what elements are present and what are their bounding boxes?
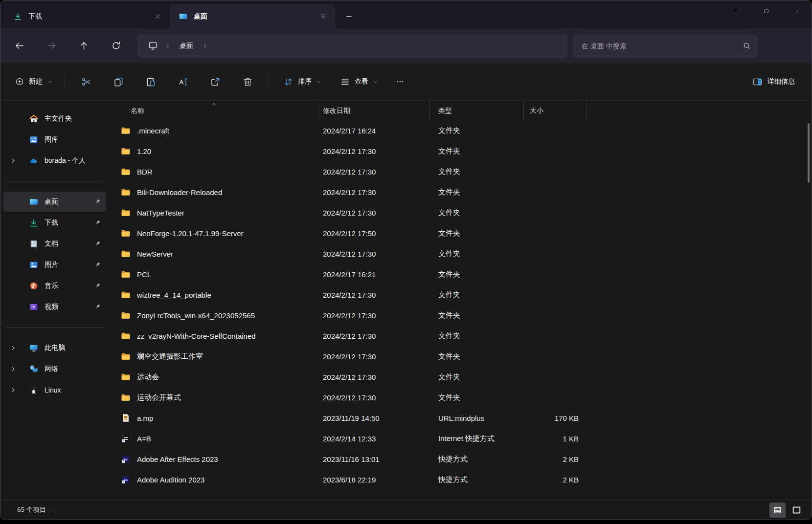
file-row[interactable]: Bili-Downloader-Reloaded2024/2/12 17:30文…: [109, 182, 812, 202]
close-tab-icon[interactable]: [316, 10, 329, 23]
cut-button[interactable]: [75, 71, 97, 92]
file-row[interactable]: wiztree_4_14_portable2024/2/12 17:30文件夹: [109, 284, 812, 305]
file-row[interactable]: NewServer2024/2/12 17:30文件夹: [109, 243, 812, 264]
file-name-cell[interactable]: NeoForge-1.20.1-47.1.99-Server: [109, 228, 318, 238]
expand-chevron-icon[interactable]: [10, 366, 17, 372]
share-button[interactable]: [204, 71, 226, 92]
tab-downloads[interactable]: 下载: [4, 4, 170, 28]
copy-button[interactable]: [107, 71, 130, 92]
file-name-cell[interactable]: 运动会: [109, 372, 318, 382]
file-row[interactable]: NatTypeTester2024/2/12 17:30文件夹: [109, 202, 812, 223]
details-pane-button[interactable]: 详细信息: [747, 71, 800, 92]
file-name-cell[interactable]: BDR: [109, 167, 318, 176]
sidebar-item-download[interactable]: 下载: [3, 213, 106, 233]
breadcrumb-item-desktop[interactable]: 桌面: [175, 39, 198, 53]
file-name-cell[interactable]: wiztree_4_14_portable: [109, 290, 318, 300]
desktop-monitor-icon[interactable]: [144, 38, 161, 54]
rename-button[interactable]: [172, 71, 194, 92]
minimize-button[interactable]: [721, 0, 751, 21]
view-button-label: 查看: [355, 77, 368, 86]
file-row[interactable]: zz_v2rayN-With-Core-SelfContained2024/2/…: [109, 326, 812, 346]
sidebar-item-linux[interactable]: Linux: [3, 380, 106, 400]
file-row[interactable]: NeoForge-1.20.1-47.1.99-Server2024/2/12 …: [109, 223, 812, 243]
refresh-icon: [111, 41, 121, 51]
sidebar-item-label: 音乐: [45, 282, 58, 290]
file-name-cell[interactable]: NatTypeTester: [109, 208, 318, 218]
file-name-cell[interactable]: 运动会开幕式: [109, 393, 318, 402]
folder-icon: [121, 290, 131, 300]
file-name-cell[interactable]: A=B: [109, 434, 318, 443]
file-name-cell[interactable]: .minecraft: [109, 126, 318, 135]
file-row[interactable]: a.mp2023/11/19 14:50URL:mindplus170 KB: [109, 408, 812, 428]
new-tab-button[interactable]: [341, 8, 357, 24]
date-modified-cell: 2024/2/12 17:30: [318, 250, 430, 258]
column-header[interactable]: 名称: [109, 101, 318, 120]
file-name-cell[interactable]: a.mp: [109, 413, 318, 423]
file-row[interactable]: 1.202024/2/12 17:30文件夹: [109, 141, 812, 161]
forward-button[interactable]: [43, 37, 60, 55]
column-header[interactable]: 修改日期: [318, 101, 430, 120]
sidebar-item-home[interactable]: 主文件夹: [3, 109, 106, 129]
breadcrumb[interactable]: 桌面: [138, 35, 567, 57]
pin-icon: [93, 198, 101, 206]
file-row[interactable]: 运动会开幕式2024/2/12 17:30文件夹: [109, 387, 812, 408]
file-row[interactable]: .minecraft2024/2/17 16:24文件夹: [109, 120, 812, 141]
sidebar-item-network[interactable]: 网络: [3, 359, 106, 379]
file-row[interactable]: ZonyLrcTools_win-x64_20230525652024/2/12…: [109, 305, 812, 326]
sidebar-item-music[interactable]: 音乐: [3, 276, 106, 296]
sidebar-item-pictures[interactable]: 图片: [3, 255, 106, 275]
file-row[interactable]: 运动会2024/2/12 17:30文件夹: [109, 367, 812, 387]
music-icon: [29, 281, 39, 291]
maximize-button[interactable]: [751, 0, 781, 21]
file-row[interactable]: AeAdobe After Effects 20232023/11/16 13:…: [109, 449, 812, 469]
file-name-cell[interactable]: AeAdobe After Effects 2023: [109, 454, 318, 464]
sidebar-item-label: 视频: [45, 303, 58, 311]
expand-chevron-icon[interactable]: [10, 345, 17, 351]
vertical-scrollbar[interactable]: [808, 123, 810, 183]
sidebar-item-desktop[interactable]: 桌面: [3, 192, 106, 212]
sort-button[interactable]: 排序: [277, 71, 328, 92]
file-row[interactable]: PCL2024/2/17 16:21文件夹: [109, 264, 812, 284]
thumbnail-view-toggle[interactable]: [789, 502, 805, 518]
file-row[interactable]: 斓空交通摄影工作室2024/2/12 17:30文件夹: [109, 346, 812, 367]
search-box[interactable]: [573, 35, 757, 57]
sidebar-item-this-pc[interactable]: 此电脑: [3, 338, 106, 358]
delete-button[interactable]: [236, 71, 259, 92]
file-row[interactable]: A=B2024/2/14 12:33Internet 快捷方式1 KB: [109, 428, 812, 449]
file-name-cell[interactable]: 1.20: [109, 146, 318, 156]
new-button[interactable]: 新建: [8, 71, 60, 92]
refresh-button[interactable]: [107, 37, 125, 55]
sidebar-item-document[interactable]: 文档: [3, 234, 106, 254]
column-header[interactable]: 大小: [524, 101, 586, 120]
file-name-cell[interactable]: zz_v2rayN-With-Core-SelfContained: [109, 331, 318, 341]
folder-icon: [121, 372, 131, 382]
paste-button[interactable]: [139, 71, 162, 92]
sidebar-item-label: 主文件夹: [45, 114, 72, 123]
ellipsis-icon: [396, 77, 405, 86]
file-name-cell[interactable]: AuAdobe Audition 2023: [109, 475, 318, 484]
close-tab-icon[interactable]: [151, 10, 164, 23]
expand-chevron-icon[interactable]: [10, 387, 17, 393]
more-options-button[interactable]: [389, 71, 411, 92]
pin-icon: [93, 303, 101, 311]
search-input[interactable]: [582, 42, 743, 50]
sidebar-item-gallery[interactable]: 图库: [3, 130, 106, 150]
tab-desktop[interactable]: 桌面: [170, 4, 335, 28]
file-row[interactable]: AuAdobe Audition 20232023/6/18 22:19快捷方式…: [109, 469, 812, 490]
close-button[interactable]: [781, 0, 812, 21]
file-row[interactable]: BDR2024/2/12 17:30文件夹: [109, 161, 812, 182]
date-modified-cell: 2024/2/12 17:30: [318, 373, 430, 381]
file-name-cell[interactable]: NewServer: [109, 249, 318, 259]
sidebar-item-videos[interactable]: 视频: [3, 297, 106, 317]
file-name-cell[interactable]: ZonyLrcTools_win-x64_2023052565: [109, 310, 318, 320]
file-name-cell[interactable]: Bili-Downloader-Reloaded: [109, 187, 318, 197]
column-header[interactable]: 类型: [430, 101, 524, 120]
view-button[interactable]: 查看: [334, 71, 384, 92]
details-view-toggle[interactable]: [769, 502, 786, 518]
sidebar-item-onedrive[interactable]: borada - 个人: [3, 151, 106, 171]
file-name-cell[interactable]: PCL: [109, 269, 318, 279]
up-button[interactable]: [75, 37, 92, 55]
file-name-cell[interactable]: 斓空交通摄影工作室: [109, 351, 318, 361]
back-button[interactable]: [10, 37, 28, 55]
expand-chevron-icon[interactable]: [10, 157, 17, 164]
